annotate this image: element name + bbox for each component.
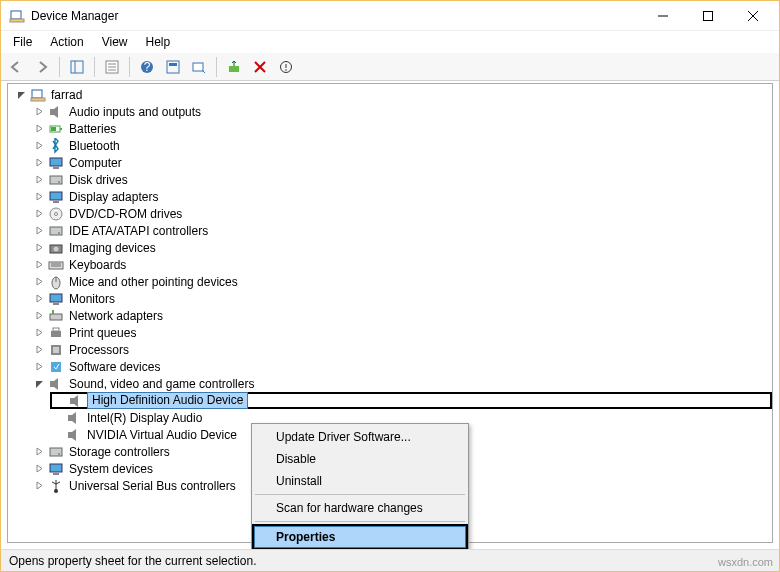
properties-button[interactable] <box>101 56 123 78</box>
printer-icon <box>48 325 64 341</box>
ctx-item[interactable]: Update Driver Software... <box>254 426 466 448</box>
window-title: Device Manager <box>31 9 640 23</box>
svg-rect-32 <box>50 192 62 200</box>
tree-category[interactable]: Bluetooth <box>32 137 772 154</box>
action-button[interactable] <box>162 56 184 78</box>
expand-icon[interactable] <box>34 174 45 185</box>
soft-icon <box>48 359 64 375</box>
svg-rect-27 <box>51 127 56 131</box>
mouse-icon <box>48 274 64 290</box>
menu-help[interactable]: Help <box>138 33 179 51</box>
expand-icon[interactable] <box>34 361 45 372</box>
tree-category[interactable]: Disk drives <box>32 171 772 188</box>
root-label: farrad <box>49 88 84 102</box>
category-label: Batteries <box>67 122 118 136</box>
tree-category[interactable]: Computer <box>32 154 772 171</box>
tree-category[interactable]: Imaging devices <box>32 239 772 256</box>
back-button[interactable] <box>5 56 27 78</box>
expand-icon[interactable] <box>34 191 45 202</box>
toolbar-separator <box>216 57 217 77</box>
ctx-item[interactable]: Uninstall <box>254 470 466 492</box>
tree-category[interactable]: Mice and other pointing devices <box>32 273 772 290</box>
expand-icon[interactable] <box>34 480 45 491</box>
close-button[interactable] <box>730 1 775 30</box>
expand-icon[interactable] <box>34 293 45 304</box>
show-hide-tree-button[interactable] <box>66 56 88 78</box>
expand-icon[interactable] <box>34 140 45 151</box>
menu-file[interactable]: File <box>5 33 40 51</box>
tree-category[interactable]: Keyboards <box>32 256 772 273</box>
svg-rect-23 <box>31 98 45 101</box>
camera-icon <box>48 240 64 256</box>
tree-device[interactable]: High Definition Audio Device <box>50 392 772 409</box>
tree-category[interactable]: Display adapters <box>32 188 772 205</box>
tree-root[interactable]: farrad <box>14 86 772 103</box>
update-driver-button[interactable] <box>223 56 245 78</box>
expand-icon[interactable] <box>34 276 45 287</box>
svg-line-65 <box>56 482 60 484</box>
help-button[interactable]: ? <box>136 56 158 78</box>
category-label: DVD/CD-ROM drives <box>67 207 184 221</box>
tree-category[interactable]: Processors <box>32 341 772 358</box>
svg-rect-45 <box>50 294 62 302</box>
ctx-item[interactable]: Properties <box>254 526 466 548</box>
expand-icon[interactable] <box>34 446 45 457</box>
svg-rect-46 <box>53 303 59 305</box>
expand-icon[interactable] <box>34 327 45 338</box>
maximize-button[interactable] <box>685 1 730 30</box>
expand-icon[interactable] <box>34 157 45 168</box>
tree-category[interactable]: Monitors <box>32 290 772 307</box>
battery-icon <box>48 121 64 137</box>
minimize-button[interactable] <box>640 1 685 30</box>
status-bar: Opens property sheet for the current sel… <box>1 549 779 571</box>
forward-button[interactable] <box>31 56 53 78</box>
uninstall-button[interactable] <box>249 56 271 78</box>
expand-icon[interactable] <box>34 259 45 270</box>
expand-icon[interactable] <box>34 242 45 253</box>
bluetooth-icon <box>48 138 64 154</box>
expand-icon[interactable] <box>34 344 45 355</box>
svg-rect-14 <box>167 61 179 73</box>
keyboard-icon <box>48 257 64 273</box>
category-label: Universal Serial Bus controllers <box>67 479 238 493</box>
collapse-icon[interactable] <box>16 89 27 100</box>
category-label: Print queues <box>67 326 138 340</box>
ctx-item[interactable]: Disable <box>254 448 466 470</box>
tree-category[interactable]: Batteries <box>32 120 772 137</box>
drive-icon <box>48 444 64 460</box>
tree-category[interactable]: Audio inputs and outputs <box>32 103 772 120</box>
device-label: High Definition Audio Device <box>87 392 248 409</box>
disable-button[interactable] <box>275 56 297 78</box>
expand-icon[interactable] <box>34 310 45 321</box>
context-item-label: Properties <box>276 530 335 544</box>
scan-button[interactable] <box>188 56 210 78</box>
category-label: Audio inputs and outputs <box>67 105 203 119</box>
menu-view[interactable]: View <box>94 33 136 51</box>
tree-category[interactable]: Network adapters <box>32 307 772 324</box>
expand-icon[interactable] <box>34 208 45 219</box>
context-separator <box>255 494 465 495</box>
svg-rect-55 <box>70 398 74 404</box>
category-label: Network adapters <box>67 309 165 323</box>
expand-icon[interactable] <box>34 463 45 474</box>
device-label: Intel(R) Display Audio <box>85 411 204 425</box>
collapse-icon[interactable] <box>34 378 45 389</box>
device-label: NVIDIA Virtual Audio Device <box>85 428 239 442</box>
expand-icon[interactable] <box>34 106 45 117</box>
svg-rect-60 <box>50 464 62 472</box>
expand-icon[interactable] <box>34 123 45 134</box>
tree-category[interactable]: Sound, video and game controllers <box>32 375 772 392</box>
category-label: Software devices <box>67 360 162 374</box>
tree-category[interactable]: Print queues <box>32 324 772 341</box>
context-item-label: Uninstall <box>276 474 322 488</box>
expand-icon[interactable] <box>34 225 45 236</box>
menu-action[interactable]: Action <box>42 33 91 51</box>
svg-point-59 <box>58 453 60 455</box>
tree-category[interactable]: IDE ATA/ATAPI controllers <box>32 222 772 239</box>
tree-category[interactable]: DVD/CD-ROM drives <box>32 205 772 222</box>
tree-category[interactable]: Software devices <box>32 358 772 375</box>
svg-rect-48 <box>52 310 54 314</box>
drive-icon <box>48 223 64 239</box>
ctx-item[interactable]: Scan for hardware changes <box>254 497 466 519</box>
app-icon <box>9 8 25 24</box>
